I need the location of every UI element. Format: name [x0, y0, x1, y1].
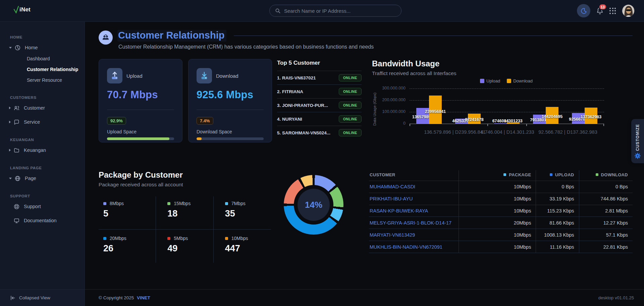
- legend-download[interactable]: Download: [507, 78, 533, 83]
- customer-table: CUSTOMER PACKAGE UPLOAD DOWNLOAD MUHAMMA…: [369, 170, 633, 253]
- sidebar-item-server-resource[interactable]: Server Resource: [0, 75, 85, 85]
- package-stat: 15Mbps 18: [156, 196, 213, 230]
- sidebar-item-home[interactable]: Home: [0, 42, 85, 53]
- top5-row[interactable]: 5. SAROHMAN-VN5024... ONLINE: [277, 126, 362, 139]
- table-row: PRIKHATI-IBU-AYU 10Mbps 33.19 Kbps 744.8…: [369, 193, 633, 205]
- dark-mode-toggle[interactable]: [577, 4, 590, 17]
- notifications-button[interactable]: 13: [596, 7, 603, 16]
- customer-link[interactable]: MELSY-GRIYA-ASRI-1-BLOK-D14-17: [370, 220, 451, 226]
- logo-text: iNet: [19, 6, 31, 13]
- top5-row[interactable]: 4. NURYANI ONLINE: [277, 112, 362, 126]
- donut-center-label: 14%: [298, 189, 330, 221]
- package-swatch: [167, 237, 170, 240]
- sidebar-item-support[interactable]: Support: [0, 201, 85, 212]
- collapse-sidebar-button[interactable]: Collapsed View: [0, 289, 85, 306]
- customer-link[interactable]: PRIKHATI-IBU-AYU: [370, 196, 413, 201]
- sidebar: HOME Home Dashboard Customer Relationshi…: [0, 22, 85, 306]
- legend-download-swatch: [507, 79, 511, 83]
- avatar[interactable]: [622, 4, 635, 17]
- sidebar-item-service[interactable]: Service: [0, 116, 85, 128]
- logo[interactable]: iNet: [13, 5, 31, 14]
- package-grid: 8Mbps 5 15Mbps 18 7Mbps 35 20Mbps 26 5Mb…: [99, 196, 271, 263]
- main-content: Customer Relationship Customer Relations…: [85, 22, 644, 306]
- sidebar-item-customer-relationship[interactable]: Customer Relationship: [0, 64, 85, 75]
- search-bar[interactable]: [269, 5, 401, 17]
- chevron-down-icon: [9, 178, 12, 179]
- customer-link[interactable]: MUKHLIS-BIN-NADIN-VN672091: [370, 244, 442, 250]
- col-customer[interactable]: CUSTOMER: [369, 170, 459, 181]
- download-icon: [197, 68, 212, 83]
- sidebar-item-page[interactable]: Page: [0, 173, 85, 184]
- top5-row[interactable]: 3. JONI-PRANTO-PUR... ONLINE: [277, 98, 362, 112]
- package-swatch: [103, 237, 106, 240]
- sidebar-section-landing-page: LANDING PAGE: [0, 166, 85, 170]
- download-space-label: Download Space: [197, 129, 264, 134]
- sidebar-section-customers: CUSTOMERS: [0, 96, 85, 100]
- upload-value: 70.7 Mbps: [107, 89, 174, 101]
- folder-icon: [14, 147, 19, 153]
- customize-tab[interactable]: CUSTOMIZE: [631, 119, 644, 163]
- top5-row[interactable]: 2. FITRIANA ONLINE: [277, 84, 362, 98]
- bar-download: 144204695: [546, 107, 558, 124]
- package-swatch: [167, 202, 170, 205]
- bar-value-label: 14301233: [504, 119, 523, 123]
- package-donut-chart: 14%: [284, 175, 343, 263]
- avatar-image: [622, 5, 635, 17]
- col-package[interactable]: PACKAGE: [459, 170, 536, 181]
- download-bullet-icon: [596, 173, 598, 176]
- table-row: MARYATI-VN613429 10Mbps 1008.13 Kbps 57.…: [369, 229, 633, 241]
- bar-download: 239956841: [429, 96, 442, 124]
- plot-area: 1365798962399568414625339087241678674600…: [410, 88, 604, 124]
- package-stat: 5Mbps 49: [156, 230, 213, 263]
- package-swatch: [103, 202, 106, 205]
- footer-brand-link[interactable]: VINET: [137, 295, 150, 300]
- package-subtitle: Package received across all account: [99, 182, 271, 188]
- legend-upload[interactable]: Upload: [480, 78, 500, 83]
- package-stat: 20Mbps 26: [99, 230, 156, 263]
- legend-upload-swatch: [480, 79, 484, 83]
- pie-chart-icon: [15, 45, 20, 51]
- package-stat: 7Mbps 35: [214, 196, 271, 230]
- bar-group: 92566782137362983: [572, 108, 597, 124]
- search-input[interactable]: [284, 8, 391, 14]
- sidebar-item-dashboard[interactable]: Dashboard: [0, 53, 85, 64]
- status-badge: ONLINE: [339, 129, 362, 136]
- bar-value-label: 239956841: [425, 109, 446, 114]
- apps-grid-button[interactable]: [609, 8, 616, 14]
- globe-icon: [15, 176, 20, 181]
- customer-link[interactable]: MARYATI-VN613429: [370, 232, 415, 238]
- copyright-text: © Copyright 2025 VINET: [99, 295, 150, 300]
- bar-download: 87241678: [468, 114, 481, 124]
- package-stat: 10Mbps 447: [214, 230, 271, 263]
- table-row: MUKHLIS-BIN-NADIN-VN672091 10Mbps 11.16 …: [369, 241, 633, 253]
- top5-row[interactable]: 1. RAIS-VN637021 ONLINE: [277, 71, 362, 84]
- sidebar-section-support: SUPPORT: [0, 194, 85, 198]
- chevron-right-icon: [9, 149, 11, 151]
- collapse-sidebar-label: Collapsed View: [19, 295, 50, 300]
- sidebar-section-keuangan: KEUANGAN: [0, 138, 85, 142]
- sidebar-item-label: Home: [25, 45, 38, 50]
- bar-download: 137362983: [585, 108, 597, 124]
- package-swatch: [225, 202, 228, 205]
- top5-title: Top 5 Customer: [277, 60, 362, 66]
- search-icon: [275, 8, 281, 14]
- sidebar-section-home: HOME: [0, 35, 85, 39]
- bandwidth-panel: Bandwidth Usage Traffict received across…: [372, 59, 633, 145]
- package-panel: Package by Customer Package received acr…: [99, 170, 271, 263]
- customer-link[interactable]: RASAN-KP-BUWEK-RAYA: [370, 208, 428, 213]
- sidebar-item-documentation[interactable]: Documentation: [0, 215, 85, 226]
- upload-icon: [107, 68, 122, 83]
- sidebar-item-customer[interactable]: Customer: [0, 102, 85, 114]
- bar-download: 14301233: [507, 122, 520, 124]
- col-upload[interactable]: UPLOAD: [536, 170, 579, 181]
- users-icon: [14, 105, 19, 111]
- customer-link[interactable]: MUHAMMAD-CASDI: [370, 184, 415, 189]
- sidebar-item-keuangan[interactable]: Keuangan: [0, 144, 85, 156]
- col-download[interactable]: DOWNLOAD: [579, 170, 633, 181]
- bar-group: 136579896239956841: [416, 96, 442, 124]
- bar-value-label: 144204695: [542, 114, 563, 119]
- status-badge: ONLINE: [339, 115, 362, 123]
- page-subtitle: Customer Relationship Management (CRM) h…: [118, 44, 633, 50]
- bar-series: 1365798962399568414625339087241678674600…: [410, 88, 604, 124]
- version-text: desktop v01.01.25: [598, 295, 634, 300]
